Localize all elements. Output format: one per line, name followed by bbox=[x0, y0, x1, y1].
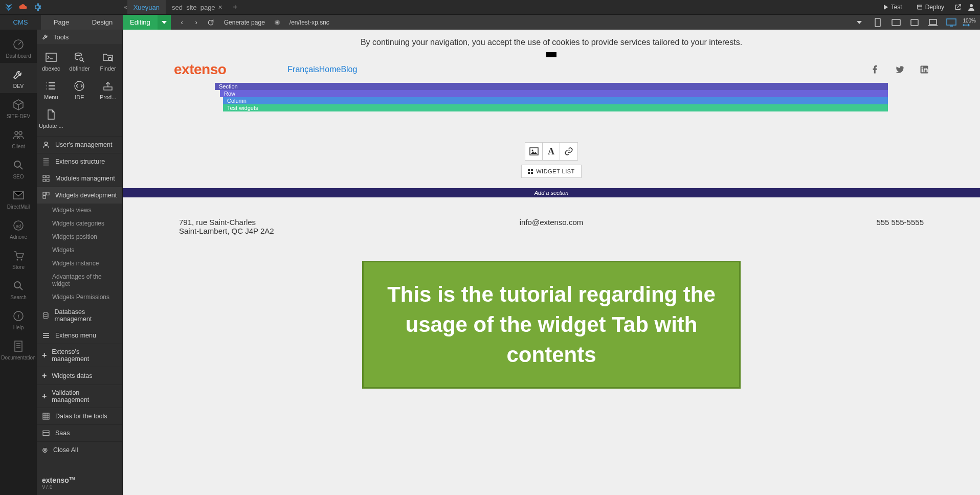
sidebar-item-databases[interactable]: Databases management bbox=[37, 304, 122, 327]
sidebar-item-extenso-structure[interactable]: Extenso structure bbox=[37, 153, 122, 170]
nav-francais[interactable]: Français bbox=[287, 65, 319, 74]
sidebar-item-widgets-dev[interactable]: Widgets development bbox=[37, 187, 122, 204]
sidebar-sub-widgets-advantages[interactable]: Advantages of the widget bbox=[37, 270, 122, 290]
mode-design[interactable]: Design bbox=[82, 15, 123, 30]
svg-rect-4 bbox=[875, 18, 880, 27]
widget-list-button[interactable]: WIDGET LIST bbox=[521, 165, 582, 178]
document-tabs: « Xueyuan sed_site_page × + bbox=[124, 0, 242, 14]
device-tablet-icon[interactable] bbox=[907, 15, 922, 30]
rail-dev[interactable]: DEV bbox=[0, 63, 37, 93]
structure-row[interactable]: Row bbox=[220, 90, 888, 97]
tool-dbexec[interactable]: dbexec bbox=[37, 47, 65, 76]
add-section-button[interactable]: Add a section bbox=[123, 188, 980, 197]
ad-icon: ad bbox=[12, 219, 25, 232]
tool-finder[interactable]: Finder bbox=[94, 47, 122, 76]
rail-search[interactable]: Search bbox=[0, 274, 37, 304]
user-avatar-icon[interactable] bbox=[967, 3, 976, 12]
rail-client[interactable]: Client bbox=[0, 123, 37, 153]
structure-section[interactable]: Section bbox=[215, 83, 888, 90]
sidebar-item-extenso-management[interactable]: + Extenso's management bbox=[37, 344, 122, 367]
svg-rect-31 bbox=[43, 179, 46, 182]
linkedin-icon[interactable] bbox=[920, 65, 929, 74]
zoom-level[interactable]: 100% bbox=[963, 18, 976, 27]
facebook-icon[interactable] bbox=[871, 65, 880, 74]
settings-gear-icon[interactable] bbox=[271, 19, 283, 26]
svg-point-23 bbox=[75, 53, 81, 56]
deploy-button[interactable]: Deploy bbox=[911, 2, 949, 13]
rail-documentation[interactable]: Documentation bbox=[0, 334, 37, 365]
device-laptop-icon[interactable] bbox=[926, 15, 940, 30]
twitter-icon[interactable] bbox=[895, 65, 904, 74]
app-logo-icon bbox=[4, 3, 13, 12]
close-icon[interactable]: × bbox=[218, 3, 222, 11]
rail-site-dev[interactable]: SITE-DEV bbox=[0, 93, 37, 123]
gauge-icon bbox=[12, 38, 25, 51]
mode-cms[interactable]: CMS bbox=[0, 15, 41, 30]
tool-dbfinder[interactable]: dbfinder bbox=[65, 47, 94, 76]
rail-dashboard[interactable]: Dashboard bbox=[0, 33, 37, 63]
new-tab-button[interactable]: + bbox=[229, 3, 242, 12]
cart-icon bbox=[12, 249, 25, 262]
tool-update[interactable]: Update ... bbox=[37, 104, 65, 133]
structure-column[interactable]: Column bbox=[223, 97, 888, 104]
sidebar-sub-widgets-position[interactable]: Widgets position bbox=[37, 230, 122, 243]
tabs-collapse-icon[interactable]: « bbox=[124, 4, 127, 11]
tab-xueyuan[interactable]: Xueyuan bbox=[127, 0, 166, 14]
tab-sed-site-page[interactable]: sed_site_page × bbox=[166, 0, 229, 14]
sidebar-sub-widgets-categories[interactable]: Widgets categories bbox=[37, 217, 122, 230]
rail-help[interactable]: i Help bbox=[0, 304, 37, 334]
sidebar-sub-widgets[interactable]: Widgets bbox=[37, 243, 122, 257]
deploy-label: Deploy bbox=[925, 4, 944, 11]
svg-rect-46 bbox=[528, 172, 530, 174]
nav-forward-button[interactable]: › bbox=[189, 15, 204, 30]
sidebar-item-extenso-menu[interactable]: Extenso menu bbox=[37, 327, 122, 344]
sidebar-item-widgets-datas[interactable]: + Widgets datas bbox=[37, 367, 122, 385]
sidebar-item-validation[interactable]: + Validation management bbox=[37, 385, 122, 408]
structure-test-widgets[interactable]: Test widgets bbox=[223, 104, 888, 111]
db-search-icon bbox=[73, 51, 85, 63]
device-desktop-icon[interactable] bbox=[944, 15, 959, 30]
cloud-icon[interactable] bbox=[18, 3, 28, 12]
device-mobile-icon[interactable] bbox=[871, 15, 885, 30]
sidebar-close-all[interactable]: ⊗ Close All bbox=[37, 441, 122, 458]
sidebar-item-saas[interactable]: Saas bbox=[37, 424, 122, 441]
nav-home[interactable]: Home bbox=[319, 65, 341, 74]
insert-link-button[interactable] bbox=[560, 143, 577, 160]
svg-rect-6 bbox=[911, 19, 918, 26]
nav-blog[interactable]: Blog bbox=[341, 65, 357, 74]
tool-prod[interactable]: Prod... bbox=[94, 76, 122, 104]
sidebar-item-users[interactable]: User's management bbox=[37, 136, 122, 153]
tool-ide[interactable]: IDE bbox=[65, 76, 94, 104]
rail-label: Help bbox=[13, 325, 24, 330]
rail-adnove[interactable]: ad Adnove bbox=[0, 214, 37, 244]
editing-mode-dropdown[interactable] bbox=[158, 15, 171, 30]
structure-icon bbox=[42, 158, 50, 166]
device-tablet-landscape-icon[interactable] bbox=[889, 15, 903, 30]
refresh-button[interactable] bbox=[204, 19, 218, 26]
insert-image-button[interactable] bbox=[525, 143, 543, 160]
modules-icon bbox=[42, 174, 50, 183]
tool-menu[interactable]: Menu bbox=[37, 76, 65, 104]
page-url: /en/test-xp.snc bbox=[283, 15, 336, 30]
sidebar-item-datas-tools[interactable]: Datas for the tools bbox=[37, 408, 122, 424]
url-dropdown-icon[interactable] bbox=[852, 15, 866, 30]
rail-directmail[interactable]: DirectMail bbox=[0, 184, 37, 214]
generate-page-button[interactable]: Generate page bbox=[218, 15, 271, 30]
mode-page[interactable]: Page bbox=[41, 15, 82, 30]
sidebar-sub-widgets-permissions[interactable]: Widgets Permissions bbox=[37, 290, 122, 304]
rail-seo[interactable]: SEO bbox=[0, 153, 37, 184]
sidebar-sub-widgets-instance[interactable]: Widgets instance bbox=[37, 257, 122, 270]
popout-icon[interactable] bbox=[953, 3, 963, 12]
page-canvas[interactable]: By continuing your navigation, you accep… bbox=[123, 30, 980, 495]
gear-icon[interactable] bbox=[33, 3, 42, 12]
sidebar-item-modules[interactable]: Modules managment bbox=[37, 170, 122, 187]
svg-rect-30 bbox=[47, 175, 49, 178]
test-button[interactable]: Test bbox=[878, 2, 907, 13]
insert-text-button[interactable]: A bbox=[543, 143, 560, 160]
code-icon bbox=[73, 80, 85, 92]
brand-footer: extensoTM V7.0 bbox=[37, 471, 122, 495]
sidebar-sub-widgets-views[interactable]: Widgets views bbox=[37, 204, 122, 217]
file-icon bbox=[45, 108, 57, 121]
nav-back-button[interactable]: ‹ bbox=[175, 15, 189, 30]
rail-store[interactable]: Store bbox=[0, 244, 37, 274]
